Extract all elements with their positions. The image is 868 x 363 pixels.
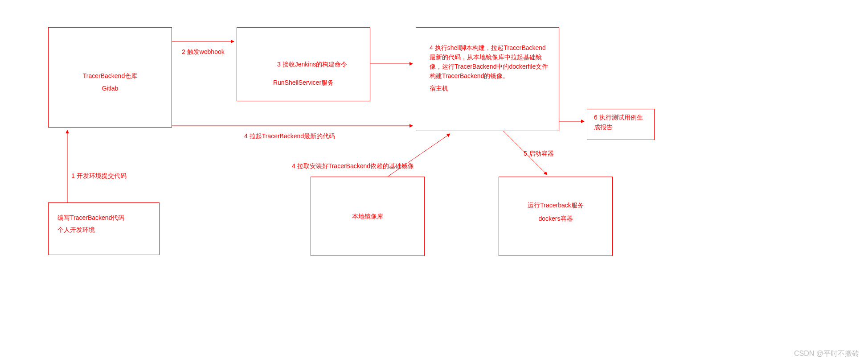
edge-label-5: 5 启动容器: [524, 150, 554, 158]
docker-line2: dockers容器: [538, 215, 573, 222]
box-gitlab: TracerBackend仓库 Gitlab: [48, 27, 172, 128]
box-dev: 编写TracerBackend代码 个人开发环境: [48, 202, 160, 255]
gitlab-line2: Gitlab: [102, 85, 119, 92]
box-docker: 运行Tracerback服务 dockers容器: [499, 177, 613, 256]
box-registry: 本地镜像库: [311, 177, 425, 256]
host-footer: 宿主机: [430, 85, 448, 93]
edge-label-3: 3 接收Jenkins的构建命令: [277, 61, 347, 69]
report-line2: 成报告: [594, 124, 613, 132]
dev-line1: 编写TracerBackend代码: [57, 214, 124, 222]
edge-label-1: 1 开发环境提交代码: [71, 172, 127, 180]
edge-label-4b: 4 拉取安装好TracerBackend依赖的基础镜像: [292, 162, 414, 170]
gitlab-line1: TracerBackend仓库: [83, 72, 137, 79]
dev-line2: 个人开发环境: [57, 226, 95, 234]
host-body: 4 执行shell脚本构建，拉起TracerBackend最新的代码，从本地镜像…: [430, 43, 550, 81]
report-line1: 6 执行测试用例生: [594, 114, 643, 122]
box-report: 6 执行测试用例生 成报告: [587, 109, 655, 140]
watermark: CSDN @平时不搬砖: [794, 349, 859, 359]
docker-line1: 运行Tracerback服务: [528, 202, 584, 209]
registry-line1: 本地镜像库: [352, 213, 383, 220]
edge-label-4a: 4 拉起TracerBackend最新的代码: [244, 132, 335, 140]
edge-label-2: 2 触发webhook: [182, 48, 225, 56]
runshell-line1: RunShellServicer服务: [273, 79, 334, 86]
box-host: 4 执行shell脚本构建，拉起TracerBackend最新的代码，从本地镜像…: [416, 27, 559, 131]
